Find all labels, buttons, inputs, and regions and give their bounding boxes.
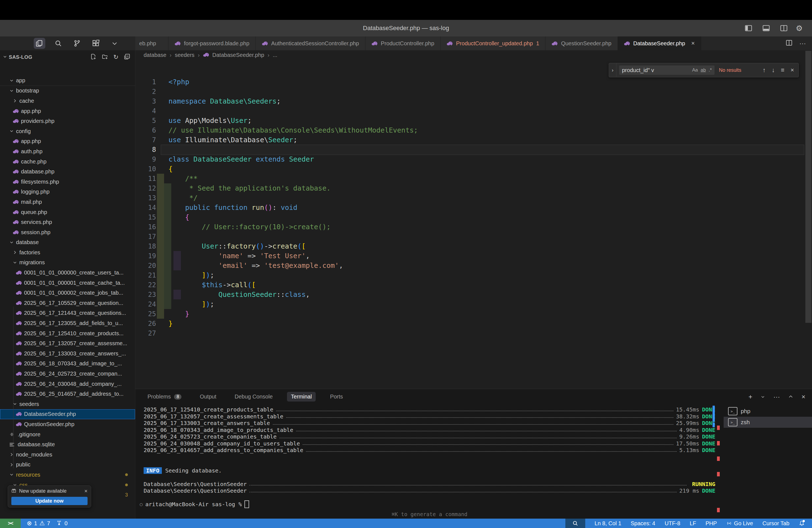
tree-item[interactable]: factories [0,247,135,258]
whole-word-icon[interactable]: ab [701,68,706,73]
find-in-selection-icon[interactable]: ≡ [781,67,784,74]
tab-debug-console[interactable]: Debug Console [231,392,276,401]
tree-item[interactable]: QuestionSeeder.php [0,419,135,429]
tree-item[interactable]: 2025_06_24_025723_create_compan... [0,369,135,379]
match-case-icon[interactable]: Aa [692,68,698,73]
split-editor-icon[interactable] [785,40,793,47]
tree-item[interactable]: public [0,460,135,470]
tree-item[interactable]: session.php [0,227,135,237]
find-previous-icon[interactable]: ↑ [763,67,766,74]
terminal-prompt[interactable]: ○aritach@MacBook-Air sas-log % [144,501,715,508]
new-file-icon[interactable] [90,54,97,61]
go-live-button[interactable]: Go Live [726,520,753,527]
tab-output[interactable]: Output [196,392,220,401]
tree-item[interactable]: 2025_06_17_132057_create_assessme... [0,338,135,349]
terminal-output[interactable]: 2025_06_17_125410_create_products_table1… [144,406,715,508]
toggle-secondary-sidebar-icon[interactable] [778,23,789,34]
maximize-panel-icon[interactable] [788,393,793,401]
code-view[interactable]: 1 <?php 2 3 namespace Database\Seeders; … [135,77,812,338]
find-next-icon[interactable]: ↓ [772,67,775,74]
tree-item[interactable]: app.php [0,136,135,147]
ports-status[interactable]: 0 [56,520,68,527]
close-tab-icon[interactable]: × [691,40,695,47]
tree-item[interactable]: filesystems.php [0,177,135,187]
cursor-position[interactable]: Ln 8, Col 1 [595,520,621,527]
editor-tab[interactable]: AuthenticatedSessionController.php [256,36,365,50]
editor-tab[interactable]: QuestionSeeder.php [546,36,618,50]
notifications-bell-icon[interactable] [799,520,805,526]
tree-item[interactable]: 2025_06_17_105529_create_question... [0,298,135,308]
new-terminal-icon[interactable]: + [749,393,752,401]
new-folder-icon[interactable] [102,54,108,61]
tree-item[interactable]: services.php [0,217,135,227]
tree-item[interactable]: .gitignore [0,429,135,440]
tree-item[interactable]: bootstrap [0,86,135,96]
tree-item[interactable]: 0001_01_01_000000_create_users_ta... [0,268,135,278]
tree-item[interactable]: seeders [0,399,135,409]
language-mode[interactable]: PHP [706,520,717,527]
tree-item[interactable]: 2025_06_17_123055_add_fields_to_u... [0,318,135,328]
breadcrumb[interactable]: database› seeders› DatabaseSeeder.php› .… [144,52,277,58]
tree-item[interactable]: node_modules [0,450,135,460]
status-search-icon[interactable] [565,518,585,528]
editor-scrollbar[interactable] [806,51,811,323]
editor-tab[interactable]: DatabaseSeeder.php × [618,36,701,50]
tree-item[interactable]: database [0,237,135,248]
editor-tab[interactable]: eb.php [135,36,169,50]
tree-item[interactable]: migrations [0,258,135,268]
problems-status[interactable]: ⊗ 1 ⚠ 7 [27,520,50,527]
encoding[interactable]: UTF-8 [665,520,680,527]
regex-icon[interactable]: .* [709,68,712,73]
editor-more-actions-icon[interactable]: ··· [799,40,806,47]
collapse-all-icon[interactable] [124,54,130,61]
tree-item[interactable]: resources [0,470,135,480]
tree-item[interactable]: mail.php [0,197,135,207]
terminal-dropdown-chevron-icon[interactable] [760,393,765,401]
tree-item[interactable]: app [0,76,135,86]
eol-sequence[interactable]: LF [690,520,696,527]
tree-item[interactable]: cache [0,96,135,106]
more-views-chevron-icon[interactable] [109,38,120,49]
editor-tab[interactable]: ProductController.php [365,36,440,50]
editor-tab[interactable]: forgot-password.blade.php [169,36,256,50]
tree-item[interactable]: database.php [0,166,135,177]
tree-item[interactable]: 2025_06_18_070343_add_image_to_... [0,359,135,369]
terminal-session-zsh[interactable]: >_zsh [724,417,812,428]
tree-item[interactable]: 0001_01_01_000002_create_jobs_tab... [0,288,135,298]
tree-item[interactable]: 2025_06_24_030048_add_company_... [0,379,135,389]
close-find-icon[interactable]: × [791,67,794,74]
update-now-button[interactable]: Update now [11,497,88,505]
source-control-icon[interactable] [71,38,83,49]
chevron-down-icon[interactable] [3,54,7,60]
tree-item[interactable]: queue.php [0,207,135,217]
tree-item[interactable]: 2025_06_25_014657_add_address_to... [0,389,135,399]
panel-more-actions-icon[interactable]: ··· [773,393,780,401]
toggle-panel-icon[interactable] [760,23,772,34]
find-expand-chevron-icon[interactable]: › [609,63,617,77]
tree-item[interactable]: 2025_06_17_121443_create_questions... [0,308,135,318]
search-icon[interactable] [53,38,64,49]
tree-item[interactable]: auth.php [0,146,135,157]
find-input[interactable] [619,67,692,73]
tree-item[interactable]: 2025_06_17_133003_create_answers_... [0,349,135,359]
explorer-icon[interactable] [34,38,45,49]
tree-item[interactable]: 2025_06_17_125410_create_products... [0,328,135,339]
tab-ports[interactable]: Ports [326,392,347,401]
tab-problems[interactable]: Problems8 [144,392,185,401]
tree-item[interactable]: app.php [0,106,135,116]
cursor-tab-status[interactable]: Cursor Tab [763,520,789,527]
close-notification-icon[interactable]: × [84,488,88,494]
indentation[interactable]: Spaces: 4 [631,520,655,527]
toggle-primary-sidebar-icon[interactable] [743,23,754,34]
tree-item[interactable]: logging.php [0,187,135,197]
terminal-session-php[interactable]: >_php [724,406,812,417]
close-panel-icon[interactable]: × [801,393,806,401]
remote-indicator[interactable]: >< [0,518,21,528]
tree-item[interactable]: providers.php [0,116,135,126]
editor-tab[interactable]: ProductController_updated.php 1 [440,36,546,50]
settings-gear-icon[interactable]: ⚙ [796,24,802,33]
refresh-icon[interactable]: ↻ [114,54,118,61]
tree-item[interactable]: 0001_01_01_000001_create_cache_ta... [0,278,135,288]
tree-item[interactable]: cache.php [0,157,135,167]
tree-item[interactable]: config [0,126,135,136]
